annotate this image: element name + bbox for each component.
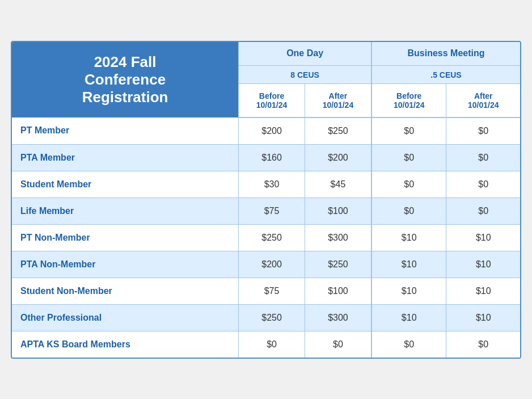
biz-after-header: After10/01/24: [446, 84, 520, 117]
oneday-ceus-header: 8 CEUS: [239, 66, 371, 84]
oneday-after-0: $250: [305, 117, 371, 145]
row-label-7: Other Professional: [12, 304, 239, 331]
biz-before-4: $10: [371, 224, 446, 251]
oneday-before-3: $75: [239, 198, 305, 224]
row-label-0: PT Member: [12, 117, 239, 145]
biz-before-header: Before10/01/24: [371, 84, 446, 117]
oneday-after-4: $300: [305, 224, 371, 251]
registration-table: 2024 Fall Conference Registration One Da…: [11, 41, 521, 359]
oneday-before-7: $250: [239, 304, 305, 331]
biz-before-8: $0: [371, 331, 446, 358]
oneday-after-2: $45: [305, 171, 371, 198]
oneday-before-1: $160: [239, 144, 305, 171]
biz-before-2: $0: [371, 171, 446, 198]
oneday-after-5: $250: [305, 251, 371, 278]
row-label-2: Student Member: [12, 171, 239, 198]
row-label-8: APTA KS Board Members: [12, 331, 239, 358]
oneday-before-8: $0: [239, 331, 305, 358]
biz-after-5: $10: [446, 251, 520, 278]
biz-after-4: $10: [446, 224, 520, 251]
oneday-after-1: $200: [305, 144, 371, 171]
oneday-before-4: $250: [239, 224, 305, 251]
oneday-after-3: $100: [305, 198, 371, 224]
oneday-after-6: $100: [305, 278, 371, 304]
biz-after-8: $0: [446, 331, 520, 358]
oneday-before-header: Before10/01/24: [239, 84, 305, 117]
biz-before-3: $0: [371, 198, 446, 224]
biz-after-3: $0: [446, 198, 520, 224]
table-title: 2024 Fall Conference Registration: [12, 42, 239, 117]
oneday-before-0: $200: [239, 117, 305, 145]
biz-before-5: $10: [371, 251, 446, 278]
row-label-4: PT Non-Member: [12, 224, 239, 251]
oneday-before-6: $75: [239, 278, 305, 304]
biz-after-1: $0: [446, 144, 520, 171]
biz-ceus-header: .5 CEUS: [371, 66, 520, 84]
oneday-after-header: After10/01/24: [305, 84, 371, 117]
biz-group-header: Business Meeting: [371, 42, 520, 66]
row-label-5: PTA Non-Member: [12, 251, 239, 278]
biz-after-7: $10: [446, 304, 520, 331]
biz-after-6: $10: [446, 278, 520, 304]
biz-before-1: $0: [371, 144, 446, 171]
oneday-after-7: $300: [305, 304, 371, 331]
biz-before-6: $10: [371, 278, 446, 304]
oneday-group-header: One Day: [239, 42, 371, 66]
row-label-6: Student Non-Member: [12, 278, 239, 304]
biz-after-0: $0: [446, 117, 520, 145]
biz-before-7: $10: [371, 304, 446, 331]
row-label-3: Life Member: [12, 198, 239, 224]
row-label-1: PTA Member: [12, 144, 239, 171]
oneday-before-5: $200: [239, 251, 305, 278]
oneday-before-2: $30: [239, 171, 305, 198]
biz-after-2: $0: [446, 171, 520, 198]
biz-before-0: $0: [371, 117, 446, 145]
oneday-after-8: $0: [305, 331, 371, 358]
